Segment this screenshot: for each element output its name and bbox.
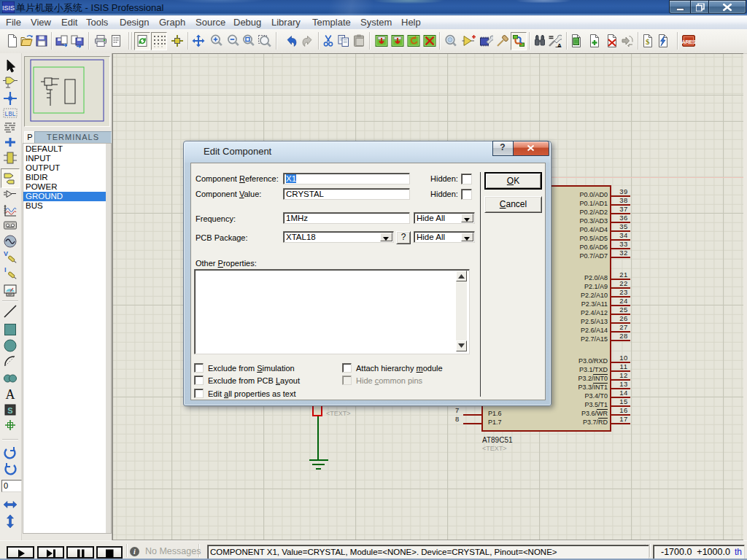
- svg-text:S: S: [7, 406, 12, 415]
- svg-text:LBL: LBL: [4, 111, 15, 118]
- svg-text:$: $: [646, 37, 650, 46]
- svg-text:ISIS: ISIS: [2, 4, 15, 12]
- svg-text:I: I: [4, 266, 7, 273]
- svg-text:V: V: [4, 250, 8, 257]
- svg-text:A: A: [6, 387, 15, 402]
